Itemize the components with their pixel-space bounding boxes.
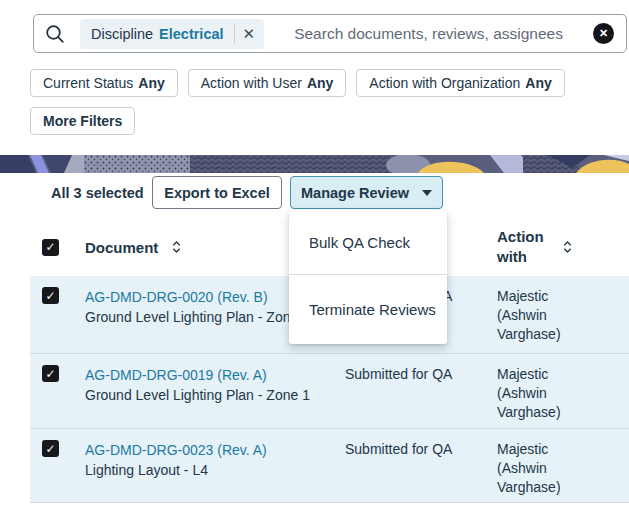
filter-value: Any bbox=[525, 75, 551, 91]
document-link[interactable]: AG-DMD-DRG-0023 (Rev. A) bbox=[85, 440, 267, 460]
header-checkbox-cell: ✓ bbox=[30, 239, 85, 256]
caret-down-icon bbox=[422, 190, 432, 196]
document-header-label: Document bbox=[85, 239, 158, 256]
filter-label: Current Status bbox=[43, 75, 133, 91]
chip-label: Discipline bbox=[91, 26, 153, 42]
filter-label: Action with User bbox=[201, 75, 302, 91]
row-checkbox-cell: ✓ bbox=[30, 365, 85, 428]
document-link[interactable]: AG-DMD-DRG-0020 (Rev. B) bbox=[85, 287, 268, 307]
action-with-cell: Majestic (Ashwin Varghase) bbox=[497, 365, 627, 428]
chip-value: Electrical bbox=[159, 26, 224, 42]
document-link[interactable]: AG-DMD-DRG-0019 (Rev. A) bbox=[85, 365, 267, 385]
filter-chip-discipline[interactable]: Discipline Electrical ✕ bbox=[80, 19, 264, 49]
action-with-value: Majestic (Ashwin Varghase) bbox=[497, 287, 589, 344]
filter-label: Action with Organization bbox=[369, 75, 520, 91]
menu-item-bulk-qa-check[interactable]: Bulk QA Check bbox=[289, 210, 447, 274]
row-checkbox-cell: ✓ bbox=[30, 287, 85, 353]
document-title: Lighting Layout - L4 bbox=[85, 462, 208, 478]
row-checkbox[interactable]: ✓ bbox=[42, 440, 59, 457]
row-checkbox[interactable]: ✓ bbox=[42, 287, 59, 304]
sort-icon[interactable] bbox=[171, 240, 182, 254]
filter-action-with-user[interactable]: Action with User Any bbox=[188, 69, 347, 97]
table-row: ✓ AG-DMD-DRG-0023 (Rev. A) Lighting Layo… bbox=[30, 429, 629, 503]
more-filters-button[interactable]: More Filters bbox=[30, 107, 135, 135]
row-checkbox[interactable]: ✓ bbox=[42, 365, 59, 382]
banner-pattern bbox=[0, 155, 629, 173]
export-label: Export to Excel bbox=[164, 185, 270, 201]
action-with-value: Majestic (Ashwin Varghase) bbox=[497, 440, 589, 497]
search-input[interactable] bbox=[292, 24, 585, 44]
sort-icon[interactable] bbox=[562, 240, 573, 254]
filter-pill-row: Current Status Any Action with User Any … bbox=[30, 69, 565, 97]
status-cell: Submitted for QA bbox=[345, 440, 497, 502]
column-header-action-with[interactable]: Action with bbox=[497, 227, 627, 267]
manage-review-menu: Bulk QA Check Terminate Reviews bbox=[289, 210, 447, 344]
filter-current-status[interactable]: Current Status Any bbox=[30, 69, 178, 97]
search-icon bbox=[44, 23, 66, 45]
action-with-value: Majestic (Ashwin Varghase) bbox=[497, 365, 589, 422]
table-row: ✓ AG-DMD-DRG-0019 (Rev. A) Ground Level … bbox=[30, 354, 629, 429]
row-checkbox-cell: ✓ bbox=[30, 440, 85, 502]
document-cell: AG-DMD-DRG-0019 (Rev. A) Ground Level Li… bbox=[85, 365, 345, 428]
selection-count-text: All 3 selected bbox=[51, 176, 144, 209]
menu-item-terminate-reviews[interactable]: Terminate Reviews bbox=[289, 275, 447, 344]
chip-divider bbox=[234, 25, 235, 43]
more-filters-row: More Filters bbox=[30, 107, 135, 135]
clear-search-icon[interactable]: ✕ bbox=[593, 23, 614, 44]
filter-value: Any bbox=[138, 75, 164, 91]
manage-review-button[interactable]: Manage Review bbox=[290, 176, 443, 209]
search-bar: Discipline Electrical ✕ ✕ bbox=[33, 14, 627, 53]
manage-label: Manage Review bbox=[301, 185, 409, 201]
chip-close-icon[interactable]: ✕ bbox=[243, 26, 256, 41]
document-review-page: Discipline Electrical ✕ ✕ Current Status… bbox=[0, 0, 629, 510]
action-with-cell: Majestic (Ashwin Varghase) bbox=[497, 287, 627, 353]
select-all-checkbox[interactable]: ✓ bbox=[42, 239, 59, 256]
document-title: Ground Level Lighting Plan - Zone 1 bbox=[85, 387, 310, 403]
action-with-cell: Majestic (Ashwin Varghase) bbox=[497, 440, 627, 502]
document-title: Ground Level Lighting Plan - Zone 2 bbox=[85, 309, 310, 325]
document-cell: AG-DMD-DRG-0023 (Rev. A) Lighting Layout… bbox=[85, 440, 345, 502]
action-with-header-label: Action with bbox=[497, 227, 552, 267]
filter-value: Any bbox=[307, 75, 333, 91]
export-to-excel-button[interactable]: Export to Excel bbox=[152, 176, 282, 209]
status-cell: Submitted for QA bbox=[345, 365, 497, 428]
filter-action-with-organization[interactable]: Action with Organization Any bbox=[356, 69, 564, 97]
